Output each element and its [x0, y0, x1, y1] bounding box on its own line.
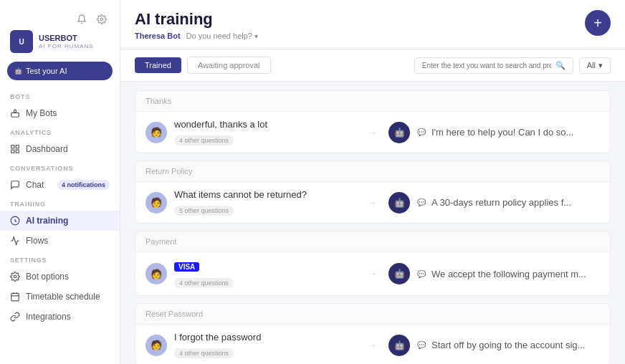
bot-name: Theresa Bot — [135, 32, 181, 40]
bot-icon — [10, 108, 20, 118]
bot-avatar: 🤖 — [388, 335, 410, 356]
integrations-icon — [10, 312, 20, 322]
logo: U USERBOT AI FOR HUMANS — [0, 27, 120, 62]
question-tag: 4 other questions — [174, 348, 234, 358]
sidebar-item-timetable[interactable]: Timetable schedule — [0, 287, 120, 307]
main-wrapper: AI training Theresa Bot Do you need help… — [120, 0, 625, 364]
section-label-bots: BOTS — [0, 87, 120, 103]
main-header: AI training Theresa Bot Do you need help… — [120, 0, 625, 49]
sidebar-item-chat[interactable]: Chat 4 notifications — [0, 175, 120, 195]
answer-text: Start off by going to the account sig... — [431, 340, 585, 350]
filter-button[interactable]: All ▾ — [579, 57, 611, 74]
question-block: VISA 4 other questions — [174, 259, 357, 288]
sidebar-item-integrations[interactable]: Integrations — [0, 307, 120, 327]
category-reset-password: Reset Password 🧑 I forgot the password 4… — [135, 303, 611, 364]
sidebar-item-dashboard[interactable]: Dashboard — [0, 139, 120, 159]
answer-text: A 30-days return policy applies f... — [431, 197, 571, 208]
message-icon: 💬 — [417, 198, 426, 206]
answer-block: 💬 Start off by going to the account sig.… — [417, 340, 600, 350]
category-payment: Payment 🧑 VISA 4 other questions → 🤖 💬 W… — [135, 231, 611, 296]
message-icon: 💬 — [417, 128, 426, 136]
tab-trained[interactable]: Trained — [135, 57, 181, 73]
category-thanks: Thanks 🧑 wonderful, thanks a lot 4 other… — [135, 90, 611, 153]
question-tag: 4 other questions — [174, 278, 234, 288]
svg-point-2 — [14, 110, 16, 112]
arrow-icon: → — [364, 128, 381, 137]
svg-rect-1 — [11, 112, 19, 117]
user-avatar: 🧑 — [145, 263, 167, 284]
category-header-reset: Reset Password — [135, 304, 610, 325]
main-content: AI training Theresa Bot Do you need help… — [120, 0, 625, 364]
question-text: wonderful, thanks a lot — [174, 119, 357, 130]
svg-rect-6 — [16, 150, 19, 153]
settings-icon[interactable] — [94, 11, 110, 27]
answer-text: I'm here to help you! Can I do so... — [431, 127, 573, 138]
flows-icon — [10, 236, 20, 246]
sidebar-item-flows[interactable]: Flows — [0, 231, 120, 251]
calendar-icon — [10, 292, 20, 302]
svg-rect-9 — [11, 293, 19, 301]
svg-rect-5 — [11, 150, 14, 153]
svg-rect-3 — [11, 145, 14, 148]
message-icon: 💬 — [417, 270, 426, 278]
svg-point-0 — [100, 18, 103, 21]
logo-title: USERBOT — [39, 34, 94, 42]
answer-block: 💬 I'm here to help you! Can I do so... — [417, 127, 600, 138]
sidebar-item-bot-options[interactable]: Bot options — [0, 267, 120, 287]
section-label-settings: SETTINGS — [0, 251, 120, 267]
question-tag: 5 other questions — [174, 206, 234, 216]
bot-avatar: 🤖 — [388, 122, 410, 143]
answer-block: 💬 A 30-days return policy applies f... — [417, 197, 600, 208]
category-header-thanks: Thanks — [135, 91, 610, 112]
toolbar: Trained Awaiting approval 🔍 All ▾ — [120, 49, 625, 82]
answer-text: We accept the following payment m... — [431, 269, 586, 279]
table-row: 🧑 VISA 4 other questions → 🤖 💬 We accept… — [135, 252, 610, 295]
page-title: AI training — [135, 10, 611, 29]
add-button[interactable]: + — [585, 10, 611, 36]
category-header-return: Return Policy — [135, 161, 610, 182]
visa-tag: VISA — [174, 262, 199, 272]
search-input[interactable] — [422, 62, 551, 70]
arrow-icon: → — [364, 269, 381, 278]
ai-icon — [10, 216, 20, 226]
sidebar: U USERBOT AI FOR HUMANS 🤖 Test your AI B… — [0, 0, 120, 364]
test-ai-button[interactable]: 🤖 Test your AI — [7, 62, 113, 80]
svg-point-8 — [14, 275, 16, 278]
chevron-down-icon: ▾ — [598, 61, 603, 70]
chat-badge: 4 notifications — [57, 180, 110, 190]
arrow-icon: → — [364, 341, 381, 350]
user-avatar: 🧑 — [145, 122, 167, 143]
content-area: Thanks 🧑 wonderful, thanks a lot 4 other… — [120, 82, 625, 364]
section-label-training: TRAINING — [0, 195, 120, 211]
arrow-icon: → — [364, 198, 381, 207]
chat-icon — [10, 180, 20, 190]
bot-avatar: 🤖 — [388, 192, 410, 214]
help-link[interactable]: Do you need help? ▾ — [186, 32, 258, 40]
search-icon: 🔍 — [555, 61, 566, 70]
page-subtitle: Theresa Bot Do you need help? ▾ — [135, 32, 611, 40]
chart-icon — [10, 144, 20, 154]
category-header-payment: Payment — [135, 231, 610, 252]
question-text: What items cannot be returned? — [174, 189, 357, 200]
sidebar-item-ai-training[interactable]: AI training — [0, 211, 120, 231]
tab-awaiting-approval[interactable]: Awaiting approval — [187, 57, 271, 74]
section-label-conversations: CONVERSATIONS — [0, 159, 120, 175]
message-icon: 💬 — [417, 341, 426, 349]
logo-icon: U — [10, 30, 33, 53]
user-avatar: 🧑 — [145, 192, 167, 214]
bot-avatar: 🤖 — [388, 263, 410, 284]
bell-icon[interactable] — [74, 11, 90, 27]
question-block: What items cannot be returned? 5 other q… — [174, 189, 357, 216]
question-text: I forgot the password — [174, 332, 357, 343]
chevron-down-icon: ▾ — [254, 32, 258, 40]
sidebar-item-my-bots[interactable]: My Bots — [0, 103, 120, 123]
search-box: 🔍 — [414, 57, 573, 74]
section-label-analytics: ANALYTICS — [0, 123, 120, 139]
question-block: wonderful, thanks a lot 4 other question… — [174, 119, 357, 145]
options-icon — [10, 272, 20, 282]
question-block: I forgot the password 4 other questions — [174, 332, 357, 358]
table-row: 🧑 I forgot the password 4 other question… — [135, 325, 610, 364]
question-tag: 4 other questions — [174, 135, 234, 145]
table-row: 🧑 wonderful, thanks a lot 4 other questi… — [135, 112, 610, 153]
svg-rect-4 — [16, 145, 19, 148]
